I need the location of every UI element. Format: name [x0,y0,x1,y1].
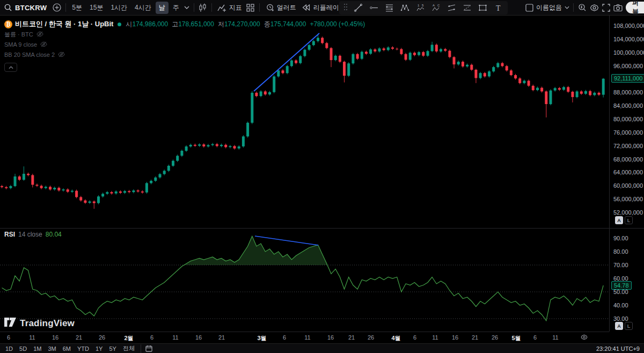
timeframe-4시간[interactable]: 4시간 [131,2,155,14]
range-YTD[interactable]: YTD [74,345,92,352]
range-1M[interactable]: 1M [30,345,45,352]
time-axis-label: 11 [172,334,178,341]
trend-line-tool-icon[interactable] [353,2,363,14]
ohlc-시: 시174,986,000 [126,20,168,29]
price-tick: 80,000,000 [613,116,643,122]
price-tick: 72,000,000 [613,143,643,149]
replay-label: 리플레이 [313,3,339,12]
timeframe-주[interactable]: 주 [170,2,182,14]
chart-area[interactable]: ₿ 비트코인 / 한국 원 · 1날 · UpBit 시174,986,000고… [0,16,644,343]
time-axis-gear-icon[interactable] [581,334,588,342]
indicator-row[interactable]: BB 20 SMA close 2 [4,50,365,60]
range-3M[interactable]: 3M [45,345,59,352]
rsi-log-scale-button[interactable]: L [625,322,633,330]
timeframe-날[interactable]: 날 [156,2,169,14]
svg-text:A: A [433,4,435,7]
price-tick: 100,000,000 [613,49,644,56]
time-axis-label: 21 [472,334,478,341]
change-value: +780,000 (+0.45%) [310,20,365,28]
pane-divider[interactable] [0,228,644,229]
rsi-params: 14 close [18,231,42,238]
alert-button[interactable]: 얼러트 [262,2,299,13]
time-axis-label: 4월 [391,334,400,342]
timeframe-15분[interactable]: 15분 [86,2,106,14]
parallel-channel-tool-icon[interactable] [447,2,457,14]
svg-text:C: C [437,4,440,7]
symbol-title[interactable]: 비트코인 / 한국 원 · 1날 · UpBit [15,19,113,29]
range-6M[interactable]: 6M [60,345,74,352]
range-5D[interactable]: 5D [16,345,30,352]
auto-scale-button[interactable]: A [615,216,623,224]
fib-retracement-tool-icon[interactable] [384,2,394,14]
time-axis-label: 11 [29,334,35,341]
clock[interactable]: 23:20:41 UTC+9 [596,345,640,352]
range-1Y[interactable]: 1Y [92,345,106,352]
indicator-row[interactable]: SMA 9 close [4,40,365,49]
time-axis-label: 11 [304,334,310,341]
chevron-down-icon[interactable] [563,2,570,13]
layout-name[interactable]: 이름없음 [536,3,562,12]
rsi-tick: 40.00 [613,302,628,308]
time-axis-label: 2월 [124,334,133,342]
time-axis-label: 21 [348,334,355,341]
data-feed-dot-icon [118,23,121,26]
price-tick: 56,000,000 [613,196,643,202]
search-icon[interactable] [2,2,14,13]
text-tool-icon[interactable]: T [493,2,503,14]
main-legend: ₿ 비트코인 / 한국 원 · 1날 · UpBit 시174,986,000고… [4,19,365,72]
time-axis[interactable]: 6111621262월61116213월6111621264월611162126… [0,332,609,343]
toolbar-divider [259,3,260,12]
price-axis[interactable]: 108,000,000104,000,000100,000,00096,000,… [609,16,644,332]
legend-collapse-button[interactable] [4,63,17,72]
chevron-down-icon[interactable] [182,2,191,13]
indicators-label: 지표 [229,3,242,12]
layout-square-icon[interactable] [523,2,535,13]
range-1D[interactable]: 1D [2,345,16,352]
top-toolbar: BTCKRW 5분15분1시간4시간날주 지표 [0,0,644,16]
rsi-title: RSI [4,231,15,238]
price-tick: 64,000,000 [613,169,643,175]
rsi-tick: 70.00 [613,262,628,268]
alert-label: 얼러트 [277,3,296,12]
eye-off-icon[interactable] [36,30,43,39]
rsi-pane-canvas[interactable] [0,228,609,332]
indicators-button[interactable]: 지표 [215,2,245,13]
eye-off-icon[interactable] [58,50,65,60]
toolbar-divider [573,3,574,12]
timeframe-1시간[interactable]: 1시간 [107,2,130,14]
time-axis-label: 16 [327,334,334,341]
publish-button[interactable]: 퍼블 [626,2,644,13]
quick-search-icon[interactable] [576,2,588,13]
replay-button[interactable]: 리플레이 [299,2,342,13]
camera-icon[interactable] [612,2,624,13]
price-tick: 104,000,000 [613,36,644,42]
rsi-legend[interactable]: RSI 14 close 80.04 [4,231,62,238]
indicator-row[interactable]: 볼륨 · BTC [4,30,365,39]
eye-off-icon[interactable] [40,40,47,49]
rsi-auto-scale-button[interactable]: A [615,322,623,330]
log-scale-button[interactable]: L [625,216,633,224]
settings-gear-icon[interactable] [588,2,600,13]
elliott-wave-tool-icon[interactable]: 15 [415,2,426,14]
compare-add-icon[interactable] [51,2,63,13]
rectangle-tool-icon[interactable] [478,2,488,14]
current-rsi-badge: 54.78 [611,281,632,290]
price-tick: 60,000,000 [613,182,643,189]
range-5Y[interactable]: 5Y [106,345,119,352]
toolbar-divider [211,3,212,12]
regression-trend-tool-icon[interactable] [462,2,472,14]
drag-handle-icon[interactable] [343,3,348,13]
candlestick-style-icon[interactable] [197,2,209,13]
ohlc-종: 종175,744,000 [264,20,306,29]
horizontal-ray-tool-icon[interactable] [369,2,379,14]
range-전체[interactable]: 전체 [120,344,138,352]
grid-layout-icon[interactable] [245,2,257,13]
timeframe-5분[interactable]: 5분 [69,2,85,14]
xabcd-pattern-tool-icon[interactable] [400,2,410,14]
fullscreen-icon[interactable] [600,2,612,13]
tradingview-logo-icon [4,318,16,329]
symbol-search-button[interactable]: BTCKRW [15,4,47,12]
go-to-date-calendar-icon[interactable] [144,344,155,353]
abc-pattern-tool-icon[interactable]: AC [431,2,441,14]
time-axis-label: 6 [413,334,416,341]
